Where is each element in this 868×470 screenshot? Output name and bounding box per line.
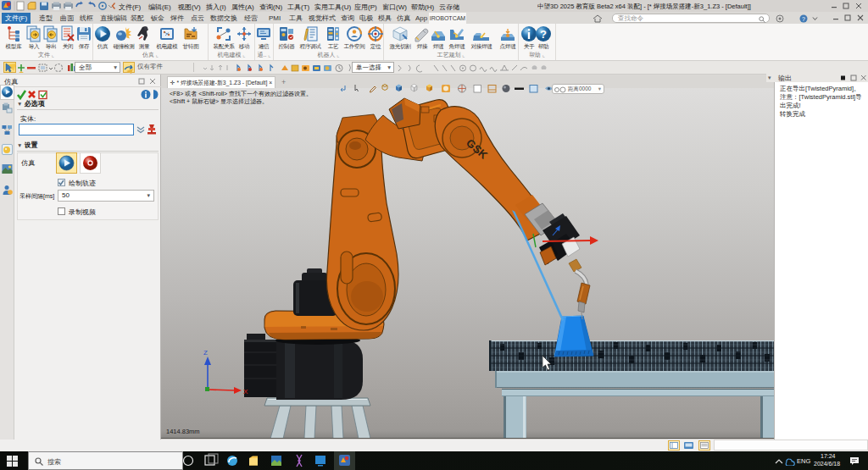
svg-text:Z: Z — [203, 349, 208, 357]
svg-text:?: ? — [540, 28, 547, 41]
svg-text:?: ? — [802, 15, 805, 21]
svg-text:X: X — [243, 388, 248, 395]
